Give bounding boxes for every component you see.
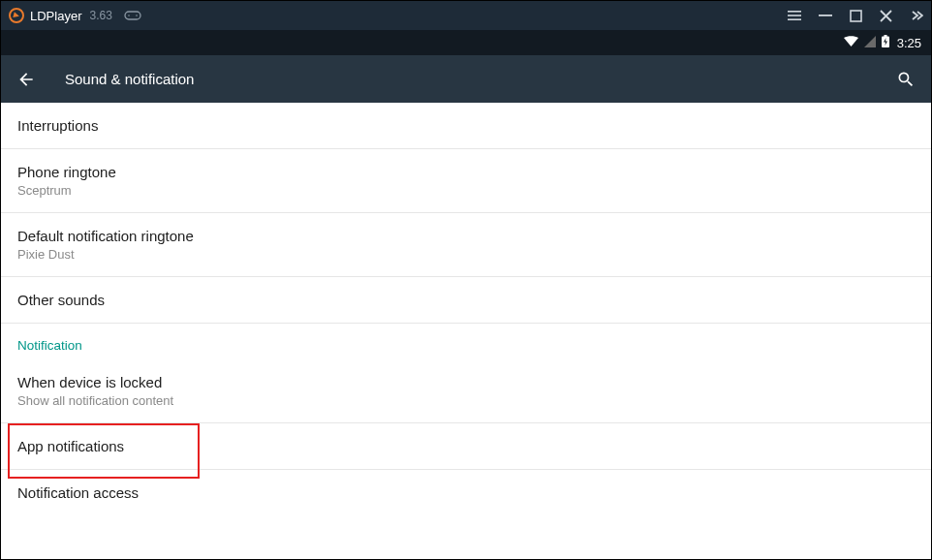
back-button[interactable] xyxy=(16,70,36,89)
signal-icon xyxy=(864,34,876,51)
ldplayer-logo-icon xyxy=(9,8,24,23)
wifi-icon xyxy=(844,34,858,51)
titlebar-controls xyxy=(788,9,923,22)
settings-item-app-notifications[interactable]: App notifications xyxy=(1,423,931,470)
item-title: Other sounds xyxy=(17,292,915,308)
section-header-notification: Notification xyxy=(1,324,931,359)
maximize-button[interactable] xyxy=(850,10,862,22)
svg-rect-6 xyxy=(788,18,801,20)
settings-item-other-sounds[interactable]: Other sounds xyxy=(1,277,931,324)
settings-list: Interruptions Phone ringtone Sceptrum De… xyxy=(1,103,931,515)
svg-rect-10 xyxy=(884,35,886,37)
page-title: Sound & notification xyxy=(65,71,194,87)
item-title: Notification access xyxy=(17,484,915,501)
battery-charging-icon xyxy=(882,34,889,51)
titlebar-left: LDPlayer 3.63 xyxy=(9,8,141,23)
status-time: 3:25 xyxy=(897,36,921,50)
svg-point-3 xyxy=(136,15,138,16)
app-version: 3.63 xyxy=(89,9,111,22)
app-name: LDPlayer xyxy=(30,9,81,23)
settings-item-default-notification-ringtone[interactable]: Default notification ringtone Pixie Dust xyxy=(1,213,931,277)
appbar: Sound & notification xyxy=(1,55,931,103)
settings-item-when-device-locked[interactable]: When device is locked Show all notificat… xyxy=(1,359,931,423)
android-statusbar: 3:25 xyxy=(1,30,931,55)
svg-rect-1 xyxy=(125,12,140,19)
expand-button[interactable] xyxy=(910,9,923,22)
settings-item-phone-ringtone[interactable]: Phone ringtone Sceptrum xyxy=(1,149,931,213)
item-subtitle: Pixie Dust xyxy=(17,247,915,262)
close-button[interactable] xyxy=(880,10,892,22)
settings-item-interruptions[interactable]: Interruptions xyxy=(1,103,931,149)
item-title: App notifications xyxy=(17,438,915,454)
svg-rect-7 xyxy=(819,15,832,16)
item-title: Interruptions xyxy=(17,117,915,134)
item-title: When device is locked xyxy=(17,374,915,390)
controller-icon xyxy=(124,10,141,21)
menu-button[interactable] xyxy=(788,9,801,22)
svg-rect-8 xyxy=(851,11,861,21)
svg-rect-4 xyxy=(788,11,801,13)
item-subtitle: Sceptrum xyxy=(17,183,915,198)
item-title: Default notification ringtone xyxy=(17,228,915,244)
svg-rect-5 xyxy=(788,15,801,16)
minimize-button[interactable] xyxy=(819,9,832,22)
item-title: Phone ringtone xyxy=(17,164,915,180)
svg-point-2 xyxy=(128,15,130,16)
titlebar: LDPlayer 3.63 xyxy=(1,1,931,30)
settings-item-notification-access[interactable]: Notification access xyxy=(1,470,931,515)
item-subtitle: Show all notification content xyxy=(17,393,915,408)
search-button[interactable] xyxy=(896,70,916,89)
